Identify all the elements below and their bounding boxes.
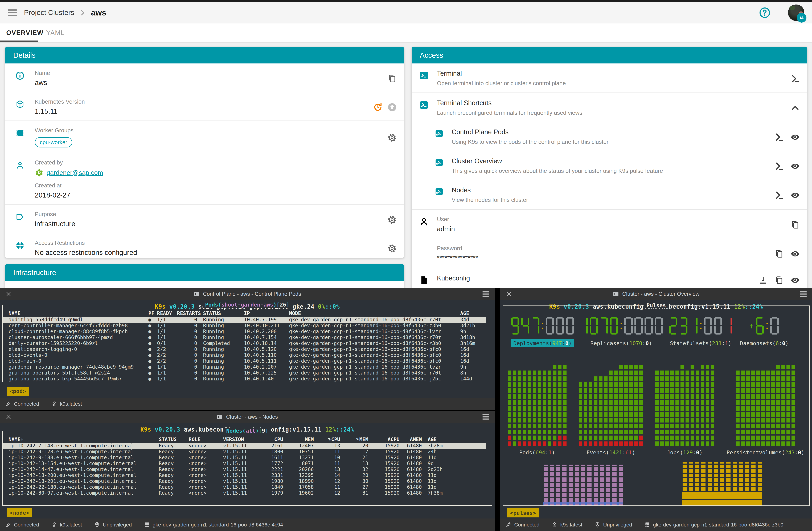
copy-button[interactable] — [790, 220, 800, 230]
gauge-segment — [558, 406, 562, 411]
counter-label-replicasets[interactable]: Replicasets(1070:0) — [588, 339, 654, 347]
gauge-segment — [746, 418, 750, 422]
table-row[interactable]: etcd-main-0●2/20Running10.40.5.111gke-de… — [9, 358, 492, 364]
gauge-segment — [655, 400, 659, 405]
cell: 3d18h — [460, 335, 492, 340]
avatar[interactable] — [788, 4, 804, 21]
table-row[interactable]: auditlog-558ddfcd49-q9mdl●1/10Running10.… — [3, 317, 486, 323]
gear-button[interactable] — [387, 243, 397, 253]
usage-cpu[interactable]: Cpu 12%(17,695m/143,280m) — [543, 464, 624, 505]
table-row[interactable]: ip-10-242-9-128.eu-west-1.compute.intern… — [9, 449, 492, 455]
close-icon[interactable] — [506, 291, 512, 297]
gauge-persistentvolumes[interactable]: Persistentvolumes(243:0) — [726, 364, 804, 456]
window-menu-icon[interactable] — [800, 291, 807, 297]
chevron-up-button[interactable] — [790, 103, 800, 113]
gauge-events[interactable]: Events(1421:61) — [579, 364, 643, 456]
table-row[interactable]: elasticsearch-logging-0●2/20Running10.40… — [9, 346, 492, 352]
eye-button[interactable] — [790, 132, 800, 142]
table-row[interactable]: ip-10-242-22-180.eu-west-1.compute.inter… — [9, 484, 492, 490]
launch-terminal-button[interactable] — [790, 74, 800, 83]
menu-icon[interactable] — [8, 9, 17, 16]
copy-button[interactable] — [774, 249, 784, 259]
counter-label-deployments[interactable]: Deployments(947:0) — [511, 339, 574, 347]
gauge-segment — [543, 412, 546, 417]
usage-segment — [619, 477, 623, 481]
gauge-column — [533, 371, 536, 446]
gauge-segment — [614, 388, 618, 393]
gauge-segment — [624, 376, 628, 381]
usage-column — [556, 464, 560, 505]
access-row-cluster-overview[interactable]: Cluster OverviewThis gives a quick overv… — [412, 151, 807, 180]
launch-terminal-button[interactable] — [774, 162, 784, 171]
launch-terminal-button[interactable] — [774, 191, 784, 200]
eye-button[interactable] — [790, 162, 800, 171]
gauge-segment — [508, 382, 511, 387]
counter-deployments[interactable]: Deployments(947:0) — [510, 317, 575, 347]
tab-overview[interactable]: OVERVIEW — [6, 24, 44, 42]
table-row[interactable]: grafana-operators-bkp-544456d5c7-f9m67●1… — [9, 376, 492, 382]
gear-button[interactable] — [387, 215, 397, 225]
terminal-shortcut-tile-icon — [412, 186, 452, 203]
tab-yaml[interactable]: YAML — [46, 24, 64, 42]
table-row[interactable]: ip-10-242-14-47.eu-west-1.compute.intern… — [9, 466, 492, 472]
access-row-control-plane-pods[interactable]: Control Plane PodsUsing K9s to view the … — [412, 122, 807, 151]
download-button[interactable] — [758, 276, 768, 285]
cell: 8h — [460, 370, 492, 376]
counter-statefulsets[interactable]: Statefulsets(231:1) — [667, 317, 734, 347]
col-header-ip: IP — [244, 310, 289, 317]
table-row[interactable]: ip-10-242-13-154.eu-west-1.compute.inter… — [9, 461, 492, 466]
gauge-segment — [594, 442, 597, 446]
gauge-segment — [665, 388, 669, 393]
cell: Running — [203, 346, 244, 352]
gauge-segment — [766, 382, 770, 387]
access-row-actions — [774, 186, 800, 203]
counter-replicasets[interactable]: Replicasets(1070:0) — [579, 317, 664, 347]
usage-segment — [739, 464, 743, 468]
update-button[interactable] — [373, 102, 383, 112]
eye-button[interactable] — [790, 191, 800, 200]
close-icon[interactable] — [5, 291, 12, 297]
launch-terminal-button[interactable] — [774, 132, 784, 142]
copy-button[interactable] — [774, 276, 784, 285]
cell: 1980 — [257, 478, 289, 484]
col-header-name: NAME — [9, 310, 148, 317]
table-row[interactable]: cluster-autoscaler-666f6bbb97-4pmzd●1/10… — [9, 335, 492, 340]
gauge-segment — [792, 382, 795, 387]
usage-mem[interactable]: Mem 24%(132,811Mi/553,320Mi) — [677, 464, 768, 505]
breadcrumb[interactable]: Project Clusters — [24, 9, 74, 17]
table-row[interactable]: ip-10-242-18-201.eu-west-1.compute.inter… — [9, 478, 492, 484]
table-row[interactable]: ip-10-242-9-188.eu-west-1.compute.intern… — [9, 455, 492, 461]
counter-daemonsets[interactable]: ↑Daemonsets(6:0) — [738, 317, 791, 347]
eye-button[interactable] — [790, 249, 800, 259]
upgrade-button[interactable] — [387, 102, 397, 112]
eye-button[interactable] — [790, 276, 800, 285]
table-row[interactable]: cert-controller-manager-6c4f77fddd-nzb98… — [9, 323, 492, 329]
table-row[interactable]: ip-10-242-30-97.eu-west-1.compute.intern… — [9, 490, 492, 496]
table-row[interactable]: daily-curator-1595225220-6b9zl●0/10Compl… — [9, 340, 492, 346]
table-row[interactable]: gardener-resource-manager-74dc48cbc9-94g… — [9, 364, 492, 370]
counter-label-daemonsets[interactable]: Daemonsets(6:0) — [738, 339, 791, 347]
col-header-status: STATUS — [203, 310, 244, 317]
window-menu-icon[interactable] — [482, 414, 489, 420]
table-row[interactable]: ip-10-242-18-200.eu-west-1.compute.inter… — [9, 472, 492, 478]
usage-segment — [733, 478, 737, 481]
usage-segment — [720, 474, 724, 477]
gauge-segment — [548, 424, 551, 429]
window-menu-icon[interactable] — [482, 291, 489, 297]
help-icon[interactable] — [759, 7, 771, 18]
table-row[interactable]: ip-10-242-7-148.eu-west-1.compute.intern… — [3, 443, 486, 449]
cell: 34d — [460, 317, 486, 323]
copy-button[interactable] — [387, 74, 397, 83]
usage-segment — [550, 504, 554, 505]
gear-button[interactable] — [387, 133, 397, 143]
gauge-jobs[interactable]: Jobs(129:0) — [655, 364, 714, 456]
table-row[interactable]: cloud-controller-manager-88c89f8b5-fkpch… — [9, 329, 492, 335]
table-row[interactable]: grafana-operators-5bfcfc58cf-w2s24●1/10R… — [9, 370, 492, 376]
gauge-segment — [701, 424, 704, 429]
gauge-pods[interactable]: Pods(694:1) — [508, 364, 567, 456]
created-by-link[interactable]: gardener@sap.com — [46, 169, 103, 177]
access-row-nodes[interactable]: NodesView the nodes for this cluster — [412, 180, 807, 209]
counter-label-statefulsets[interactable]: Statefulsets(231:1) — [667, 339, 734, 347]
table-row[interactable]: etcd-events-0●2/20Running10.40.5.110gke-… — [9, 352, 492, 358]
close-icon[interactable] — [5, 414, 12, 420]
